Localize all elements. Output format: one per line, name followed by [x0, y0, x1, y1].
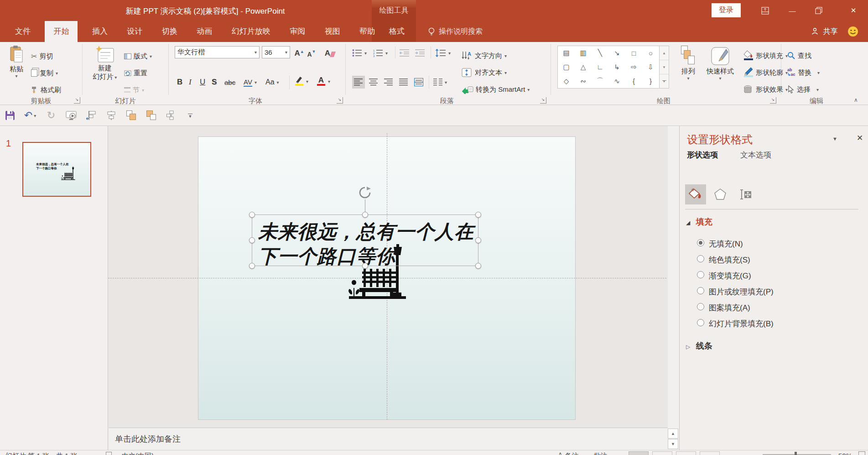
collapse-ribbon-button[interactable]: ∧	[854, 97, 858, 103]
shape-arrow-icon[interactable]: ↘	[609, 47, 625, 60]
gallery-scroll-down-button[interactable]: ▼	[660, 60, 669, 74]
dialog-launcher-drawing[interactable]	[770, 97, 776, 104]
undo-button[interactable]: ↶▾	[20, 109, 40, 122]
zoom-level[interactable]: 50%	[838, 452, 852, 455]
pane-close-icon[interactable]: ✕	[857, 133, 863, 143]
redo-button-disabled[interactable]: ↻	[44, 109, 58, 122]
align-object-center-button[interactable]	[104, 109, 119, 122]
decrease-font-size-button[interactable]: A▼	[307, 46, 317, 58]
character-spacing-button[interactable]: AV▾	[244, 77, 257, 88]
convert-to-smartart-button[interactable]: 转换为 SmartArt▾	[462, 84, 530, 95]
scroll-up-button[interactable]: ▲	[668, 429, 678, 439]
shape-effects-button[interactable]: 形状效果▾	[743, 84, 788, 95]
distribute-text-button[interactable]	[412, 76, 425, 89]
layout-org-button[interactable]	[164, 109, 179, 122]
resize-handle-bottom-center[interactable]	[362, 263, 368, 269]
shape-oval-icon[interactable]: ○	[643, 47, 659, 60]
italic-button[interactable]: I	[189, 77, 192, 88]
radio-picture-fill[interactable]	[697, 287, 704, 294]
increase-indent-button[interactable]	[415, 47, 425, 58]
align-object-left-button[interactable]	[84, 109, 99, 122]
spellcheck-icon[interactable]	[106, 452, 112, 455]
status-notes-button[interactable]: ≙ 备注	[557, 452, 579, 455]
restore-button[interactable]	[808, 0, 829, 21]
tab-shape-options[interactable]: 形状选项	[687, 150, 718, 160]
dialog-launcher-clipboard[interactable]	[74, 97, 80, 104]
copy-button[interactable]: 复制▾	[31, 68, 58, 78]
resize-handle-top-left[interactable]	[249, 212, 255, 218]
view-slideshow-button[interactable]	[700, 451, 720, 455]
text-shadow-button[interactable]: S	[212, 77, 217, 88]
shape-right-arrow-icon[interactable]: ⇨	[626, 60, 642, 73]
shape-right-brace-icon[interactable]: }	[643, 74, 659, 88]
cut-button[interactable]: ✂ 剪切	[31, 51, 53, 62]
align-center-button[interactable]	[367, 76, 380, 89]
tab-animations[interactable]: 动画	[188, 21, 221, 42]
shape-fill-button[interactable]: 形状填充▾	[743, 50, 788, 61]
zoom-slider-thumb[interactable]	[795, 452, 797, 455]
view-normal-button[interactable]	[629, 451, 649, 455]
pane-options-dropdown[interactable]: ▼	[832, 136, 837, 141]
font-name-combobox[interactable]: 华文行楷▾	[175, 46, 260, 58]
format-painter-button[interactable]: 格式刷	[31, 84, 61, 95]
text-highlight-button[interactable]: ▾	[295, 76, 308, 87]
gallery-more-button[interactable]: ▼	[660, 74, 669, 88]
option-slide-background-fill[interactable]: 幻灯片背景填充(B)	[709, 319, 774, 329]
select-button[interactable]: 选择▾	[787, 84, 819, 95]
rotation-handle-icon[interactable]	[359, 186, 371, 199]
tab-home[interactable]: 开始	[45, 21, 78, 42]
option-gradient-fill[interactable]: 渐变填充(G)	[709, 271, 751, 281]
change-case-button[interactable]: Aa▾	[265, 77, 279, 88]
zoom-out-button[interactable]: −	[752, 452, 756, 455]
tab-text-options[interactable]: 文本选项	[740, 150, 771, 160]
gallery-scroll-up-button[interactable]: ▲	[660, 46, 669, 60]
dialog-launcher-paragraph[interactable]	[540, 97, 546, 104]
shape-left-brace-icon[interactable]: {	[626, 74, 642, 88]
option-pattern-fill[interactable]: 图案填充(A)	[709, 303, 750, 313]
line-spacing-button[interactable]: ▾	[435, 47, 451, 58]
bullets-button[interactable]: ▾	[352, 47, 367, 58]
resize-handle-top-center[interactable]	[362, 212, 368, 218]
replace-button[interactable]: ab↳ac 替换▾	[787, 67, 820, 78]
slide-thumbnail[interactable]: 未来很远，总有一个人在下一个路口等你	[22, 142, 91, 197]
tab-format[interactable]: 格式	[380, 21, 413, 42]
underline-button[interactable]: U	[200, 77, 205, 88]
option-solid-fill[interactable]: 纯色填充(S)	[709, 255, 750, 265]
notes-pane[interactable]: 单击此处添加备注	[109, 428, 668, 450]
fill-and-line-tab-icon[interactable]	[685, 184, 706, 204]
tab-help[interactable]: 帮助	[351, 21, 384, 42]
shapes-gallery[interactable]: ▤ ▥ ╲ ↘ □ ○ ▢ △ ∟ ↳ ⇨ ⇩ ◇ ∾ ⌒ ∿ { }	[557, 46, 660, 89]
radio-gradient-fill[interactable]	[697, 271, 704, 278]
tab-insert[interactable]: 插入	[83, 21, 116, 42]
resize-handle-bottom-left[interactable]	[249, 263, 255, 269]
shape-rounded-rectangle-icon[interactable]: ▢	[558, 60, 574, 73]
status-comments-button[interactable]: ▪ 批注	[589, 452, 608, 455]
shape-elbow-arrow-icon[interactable]: ↳	[609, 60, 625, 73]
close-button[interactable]: ✕	[840, 0, 867, 21]
shape-scribble-icon[interactable]: ∾	[575, 74, 591, 88]
size-properties-tab-icon[interactable]	[734, 184, 755, 204]
bring-forward-button[interactable]	[124, 109, 139, 122]
resize-handle-middle-left[interactable]	[249, 237, 255, 243]
shape-vertical-textbox-icon[interactable]: ▥	[575, 47, 591, 60]
shape-rectangle-icon[interactable]: □	[626, 47, 642, 60]
strikethrough-button[interactable]: abc	[224, 77, 235, 88]
radio-no-fill[interactable]	[697, 239, 704, 246]
textbox-selection-rectangle[interactable]	[252, 214, 478, 266]
view-reading-button[interactable]	[676, 451, 696, 455]
option-no-fill[interactable]: 无填充(N)	[709, 239, 743, 249]
align-text-button[interactable]: 对齐文本▾	[462, 67, 507, 78]
reset-button[interactable]: 重置	[124, 68, 147, 78]
align-left-button[interactable]	[352, 76, 365, 89]
tab-review[interactable]: 审阅	[281, 21, 314, 42]
resize-handle-bottom-right[interactable]	[475, 263, 481, 269]
section-button[interactable]: 节▾	[124, 84, 144, 95]
option-picture-texture-fill[interactable]: 图片或纹理填充(P)	[709, 287, 774, 297]
tab-design[interactable]: 设计	[118, 21, 151, 42]
increase-font-size-button[interactable]: A▲	[294, 46, 305, 58]
decrease-indent-button[interactable]	[400, 47, 410, 58]
shape-triangle-icon[interactable]: △	[575, 60, 591, 73]
shape-freeform-icon[interactable]: ◇	[558, 74, 574, 88]
feedback-smiley-icon[interactable]	[847, 26, 858, 37]
shape-down-arrow-icon[interactable]: ⇩	[643, 60, 659, 73]
